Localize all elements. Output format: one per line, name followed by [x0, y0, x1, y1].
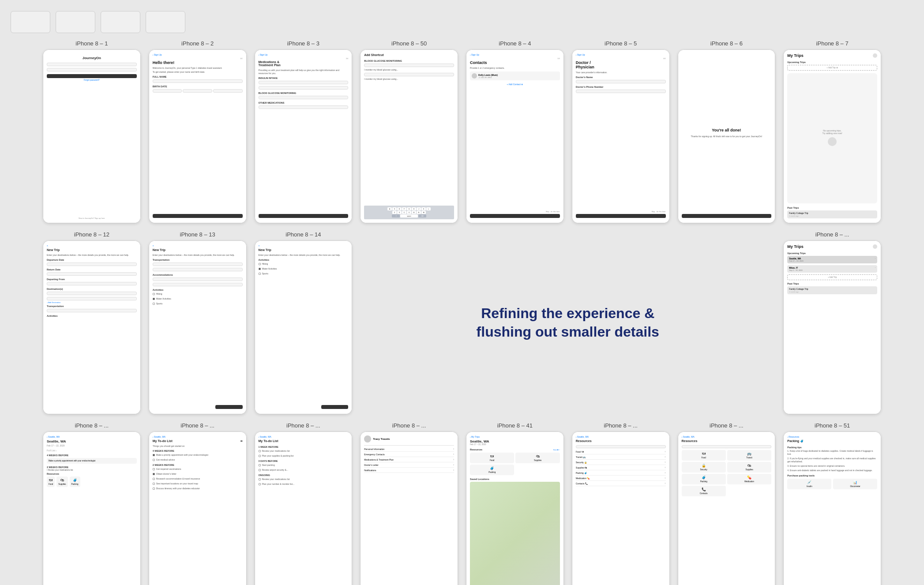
phone-label-8-41: iPhone 8 – 41	[497, 422, 533, 429]
phone-frame-8-1: JourneyOn Forgot password? New to Journe…	[43, 49, 141, 223]
phone-label-8-14: iPhone 8 – 14	[285, 231, 321, 238]
phone-item-8-7: iPhone 8 – 7 My Trips Upcoming Trips + A…	[783, 40, 881, 223]
phone-frame-resources-1: Seattle, WA Resources Food 🍽 Transit 🚌 S…	[572, 431, 670, 585]
phone-item-extra-2: iPhone 8 – ... Seattle, WA Seattle, WA F…	[43, 422, 141, 585]
phone-label-8-2: iPhone 8 – 2	[181, 40, 214, 47]
phone-frame-extra-5: Tracy Travels Personal Information Emerg…	[360, 431, 458, 585]
phone-item-resources-1: iPhone 8 – ... Seattle, WA Resources Foo…	[572, 422, 670, 585]
phone-label-8-4: iPhone 8 – 4	[499, 40, 531, 47]
phone-label-8-3: iPhone 8 – 3	[287, 40, 319, 47]
phone-item-8-12: iPhone 8 – 12 × New Trip Enter your dest…	[43, 231, 141, 414]
phone-frame-extra-2: Seattle, WA Seattle, WA Feb 17 – 22, 202…	[43, 431, 141, 585]
main-grid: iPhone 8 – 1 JourneyOn Forgot password? …	[43, 40, 881, 585]
phone-frame-extra-3: Seattle, WA My To-do List ✏ Things you s…	[149, 431, 247, 585]
phone-label-resources-2: iPhone 8 – ...	[710, 422, 744, 429]
phone-frame-8-3: Sign Up 2/4 Medications &Treatment Plan …	[255, 49, 353, 223]
phone-label-extra-5: iPhone 8 – ...	[392, 422, 426, 429]
phone-frame-8-51: Resources Packing 🧳 Packing tips 1. Keep…	[783, 431, 881, 585]
refining-text-block: Refining the experience & flushing out s…	[360, 231, 775, 414]
phone-label-resources-1: iPhone 8 – ...	[604, 422, 638, 429]
phone-item-extra-5: iPhone 8 – ... Tracy Travels Personal In…	[360, 422, 458, 585]
phone-label-8-50: iPhone 8 – 50	[391, 40, 427, 47]
phone-label-8-1: iPhone 8 – 1	[75, 40, 108, 47]
phone-frame-8-14: × New Trip Enter your destinations below…	[255, 240, 353, 414]
phone-item-8-3: iPhone 8 – 3 Sign Up 2/4 Medications &Tr…	[255, 40, 353, 223]
phone-item-8-51: iPhone 8 – 51 Resources Packing 🧳 Packin…	[783, 422, 881, 585]
phone-frame-8-13: × New Trip Enter your destinations below…	[149, 240, 247, 414]
phone-frame-8-5: Sign Up 4/4 Doctor /Physician Your care …	[572, 49, 670, 223]
phone-frame-8-2: Sign Up 1/4 Hello there! Welcome to Jour…	[149, 49, 247, 223]
phone-item-8-5: iPhone 8 – 5 Sign Up 4/4 Doctor /Physici…	[572, 40, 670, 223]
phone-item-extra-4: iPhone 8 – ... Seattle, WA My To-do List…	[255, 422, 353, 585]
phone-frame-8-12: × New Trip Enter your destinations below…	[43, 240, 141, 414]
phone-label-extra-2: iPhone 8 – ...	[75, 422, 109, 429]
phone-frame-8-50: Add Shortcut BLOOD GLUCOSE MONITORING I …	[360, 49, 458, 223]
phone-item-extra-1: iPhone 8 – ... My Trips Upcoming Trips S…	[783, 231, 881, 414]
phone-item-8-2: iPhone 8 – 2 Sign Up 1/4 Hello there! We…	[149, 40, 247, 223]
phone-item-8-50: iPhone 8 – 50 Add Shortcut BLOOD GLUCOSE…	[360, 40, 458, 223]
phone-label-8-51: iPhone 8 – 51	[815, 422, 850, 429]
phone-item-8-6: iPhone 8 – 6 You're all done! Thanks for…	[678, 40, 776, 223]
phone-label-8-6: iPhone 8 – 6	[710, 40, 743, 47]
phone-item-8-1: iPhone 8 – 1 JourneyOn Forgot password? …	[43, 40, 141, 223]
phone-label-8-13: iPhone 8 – 13	[180, 231, 215, 238]
phone-label-8-12: iPhone 8 – 12	[74, 231, 109, 238]
phone-label-extra-3: iPhone 8 – ...	[180, 422, 214, 429]
phone-frame-8-41: My Trips Seattle, WA Feb 17 – 22, 2020 R…	[466, 431, 564, 585]
phone-item-8-14: iPhone 8 – 14 × New Trip Enter your dest…	[255, 231, 353, 414]
phone-frame-extra-4: Seattle, WA My To-do List 1 WEEK BEFORE …	[255, 431, 353, 585]
phone-label-extra-4: iPhone 8 – ...	[286, 422, 320, 429]
phone-item-extra-3: iPhone 8 – ... Seattle, WA My To-do List…	[149, 422, 247, 585]
phone-label-extra-1: iPhone 8 – ...	[815, 231, 849, 238]
phone-frame-resources-2: Seattle, WA Resources 🍽Food 🚌Transit 🔒Se…	[678, 431, 776, 585]
phone-label-8-5: iPhone 8 – 5	[605, 40, 637, 47]
phone-item-resources-2: iPhone 8 – ... Seattle, WA Resources 🍽Fo…	[678, 422, 776, 585]
phone-frame-8-7: My Trips Upcoming Trips + Add Trip ⊕ No …	[783, 49, 881, 223]
phone-item-8-13: iPhone 8 – 13 × New Trip Enter your dest…	[149, 231, 247, 414]
phone-frame-extra-1: My Trips Upcoming Trips Seattle, WA Feb …	[783, 240, 881, 414]
phone-label-8-7: iPhone 8 – 7	[816, 40, 849, 47]
refining-text: Refining the experience & flushing out s…	[477, 304, 659, 341]
phone-frame-8-4: Sign Up 3/4 Contacts Provide 1 or 2 emer…	[466, 49, 564, 223]
phone-frame-8-6: You're all done! Thanks for signing up. …	[678, 49, 776, 223]
phone-item-8-4: iPhone 8 – 4 Sign Up 3/4 Contacts Provid…	[466, 40, 564, 223]
phone-item-8-41: iPhone 8 – 41 My Trips Seattle, WA Feb 1…	[466, 422, 564, 585]
